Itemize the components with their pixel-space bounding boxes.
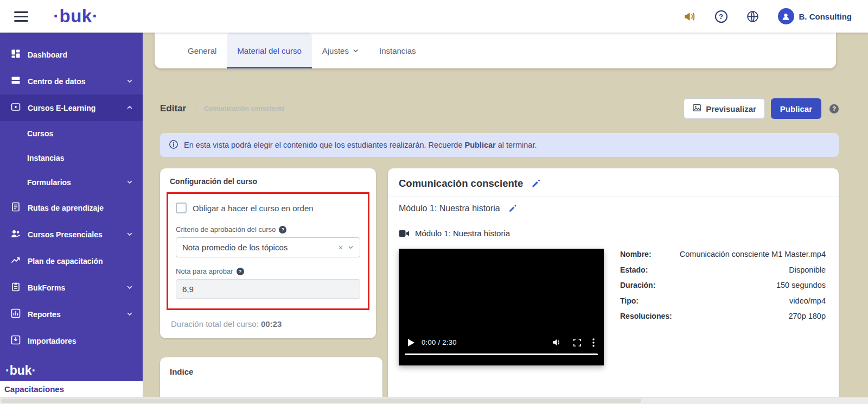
module-body: Módulo 1: Nuestra historia 0:00 / 2:30 bbox=[388, 220, 839, 378]
banner-text-after: al terminar. bbox=[496, 141, 537, 149]
importers-icon bbox=[11, 335, 21, 346]
chevron-down-icon[interactable] bbox=[348, 243, 354, 252]
sidebar-item-rutas-de-aprendizaje[interactable]: Rutas de aprendizaje bbox=[0, 194, 143, 221]
main-content: General Material del curso Ajustes Insta… bbox=[143, 33, 868, 404]
detail-label: Nombre: bbox=[620, 250, 652, 258]
module-title-row: Módulo 1: Nuestra historia bbox=[388, 197, 839, 220]
sidebar-label: Cursos E-Learning bbox=[28, 104, 95, 112]
chevron-down-icon bbox=[353, 46, 359, 55]
duration-label: Duración total del curso: bbox=[171, 319, 261, 329]
horizontal-scrollbar[interactable] bbox=[0, 397, 868, 404]
grade-input[interactable] bbox=[176, 279, 360, 299]
module-item-title: Módulo 1: Nuestra historia bbox=[415, 229, 510, 238]
volume-icon[interactable] bbox=[552, 338, 562, 347]
detail-label: Resoluciones: bbox=[620, 312, 672, 320]
module-heading: Módulo 1: Nuestra historia bbox=[399, 204, 500, 213]
breadcrumb: Comunicación consciente bbox=[195, 105, 285, 112]
sidebar-footer: ·buk· Capacitaciones bbox=[0, 363, 143, 397]
hamburger-menu-icon[interactable] bbox=[14, 11, 28, 22]
tab-label: General bbox=[188, 46, 216, 55]
banner-text-before: En esta vista podrá elegir el contenido … bbox=[184, 141, 464, 149]
announcements-megaphone-icon[interactable] bbox=[683, 10, 697, 23]
video-camera-icon bbox=[399, 229, 410, 238]
tab-general[interactable]: General bbox=[177, 33, 227, 68]
sidebar-item-cursos-elearning[interactable]: Cursos E-Learning bbox=[0, 94, 143, 121]
sidebar-item-bukforms[interactable]: BukForms bbox=[0, 274, 143, 301]
play-button-icon[interactable] bbox=[408, 339, 414, 346]
detail-value: Disponible bbox=[789, 266, 826, 274]
top-bar: ·buk· ? B. Consulting bbox=[0, 0, 868, 33]
toolbar-actions: Previsualizar Publicar ? bbox=[684, 98, 839, 119]
criteria-help-icon[interactable]: ? bbox=[279, 226, 286, 233]
dashboard-icon bbox=[11, 49, 21, 60]
video-progress-bar[interactable] bbox=[405, 354, 598, 355]
preview-icon bbox=[692, 103, 701, 114]
sidebar-label: Importadores bbox=[28, 337, 76, 345]
video-player[interactable]: 0:00 / 2:30 bbox=[399, 249, 604, 365]
page-toolbar: Editar Comunicación consciente Previsual… bbox=[160, 98, 839, 119]
red-annotation-box: Obligar a hacer el curso en orden Criter… bbox=[167, 192, 369, 310]
sidebar-label: Formularios bbox=[27, 178, 71, 187]
course-content-card: Comunicación consciente Módulo 1: Nuestr… bbox=[388, 168, 839, 404]
tab-material-del-curso[interactable]: Material del curso bbox=[227, 33, 311, 68]
detail-label: Tipo: bbox=[620, 296, 639, 305]
globe-language-icon[interactable] bbox=[746, 10, 760, 23]
page-title: Editar bbox=[160, 103, 186, 114]
publish-button[interactable]: Publicar bbox=[771, 98, 821, 119]
publish-help-icon[interactable]: ? bbox=[829, 104, 839, 113]
buk-footer-logo: ·buk· bbox=[0, 363, 143, 381]
sidebar-item-importadores[interactable]: Importadores bbox=[0, 327, 143, 354]
sidebar-label: Rutas de aprendizaje bbox=[28, 204, 104, 212]
preview-button[interactable]: Previsualizar bbox=[684, 98, 765, 119]
sidebar-item-plan-de-capacitacion[interactable]: Plan de capacitación bbox=[0, 248, 143, 274]
sidebar-item-cursos[interactable]: Cursos bbox=[0, 121, 143, 146]
user-menu[interactable]: B. Consulting bbox=[778, 8, 852, 24]
preview-button-label: Previsualizar bbox=[706, 104, 756, 113]
order-checkbox-row: Obligar a hacer el curso en orden bbox=[176, 203, 360, 213]
chevron-down-icon bbox=[126, 178, 133, 187]
clear-selection-icon[interactable]: × bbox=[339, 243, 343, 252]
edit-course-title-icon[interactable] bbox=[531, 179, 541, 188]
info-banner: En esta vista podrá elegir el contenido … bbox=[160, 133, 839, 157]
user-name: B. Consulting bbox=[799, 12, 852, 21]
banner-text: En esta vista podrá elegir el contenido … bbox=[184, 141, 537, 149]
select-tools: × bbox=[339, 243, 354, 252]
detail-row: Duración: 150 segundos bbox=[620, 281, 826, 289]
sidebar-label: Plan de capacitación bbox=[28, 257, 103, 266]
course-title-row: Comunicación consciente bbox=[388, 168, 839, 197]
tab-ajustes[interactable]: Ajustes bbox=[312, 33, 369, 68]
sidebar-item-cursos-presenciales[interactable]: Cursos Presenciales bbox=[0, 221, 143, 248]
scrollbar-thumb[interactable] bbox=[1, 399, 641, 403]
sidebar-label: Centro de datos bbox=[28, 77, 86, 86]
sidebar-item-dashboard[interactable]: Dashboard bbox=[0, 41, 143, 68]
course-tabs-bar: General Material del curso Ajustes Insta… bbox=[155, 33, 836, 68]
video-menu-kebab-icon[interactable] bbox=[592, 338, 595, 347]
people-icon bbox=[11, 229, 21, 240]
criteria-select[interactable]: Nota promedio de los tópicos × bbox=[176, 237, 360, 257]
chevron-down-icon bbox=[126, 283, 133, 292]
sidebar-item-instancias[interactable]: Instancias bbox=[0, 146, 143, 170]
sidebar-item-reportes[interactable]: Reportes bbox=[0, 301, 143, 327]
criteria-selected-value: Nota promedio de los tópicos bbox=[182, 243, 288, 252]
fullscreen-icon[interactable] bbox=[573, 338, 582, 347]
sidebar-label: Dashboard bbox=[28, 50, 67, 59]
tab-label: Material del curso bbox=[237, 46, 301, 55]
sidebar-item-formularios[interactable]: Formularios bbox=[0, 170, 143, 194]
video-controls-right bbox=[552, 338, 595, 347]
module-item-row: Módulo 1: Nuestra historia bbox=[399, 229, 826, 238]
learning-paths-icon bbox=[11, 202, 21, 213]
help-icon[interactable]: ? bbox=[715, 10, 727, 23]
detail-row: Resoluciones: 270p 180p bbox=[620, 312, 826, 320]
capacitaciones-link[interactable]: Capacitaciones bbox=[0, 381, 143, 397]
tab-instancias[interactable]: Instancias bbox=[369, 33, 426, 68]
video-controls: 0:00 / 2:30 bbox=[399, 338, 604, 347]
edit-module-title-icon[interactable] bbox=[508, 204, 517, 213]
detail-label: Duración: bbox=[620, 281, 655, 289]
video-row: 0:00 / 2:30 Nombre: Comunicación conscie… bbox=[399, 249, 826, 365]
config-card-title: Configuración del curso bbox=[170, 177, 366, 186]
user-avatar-icon bbox=[778, 8, 794, 24]
order-checkbox[interactable] bbox=[176, 203, 187, 213]
sidebar-item-centro-de-datos[interactable]: Centro de datos bbox=[0, 68, 143, 94]
duration-value: 00:23 bbox=[261, 319, 282, 329]
grade-help-icon[interactable]: ? bbox=[237, 268, 244, 275]
